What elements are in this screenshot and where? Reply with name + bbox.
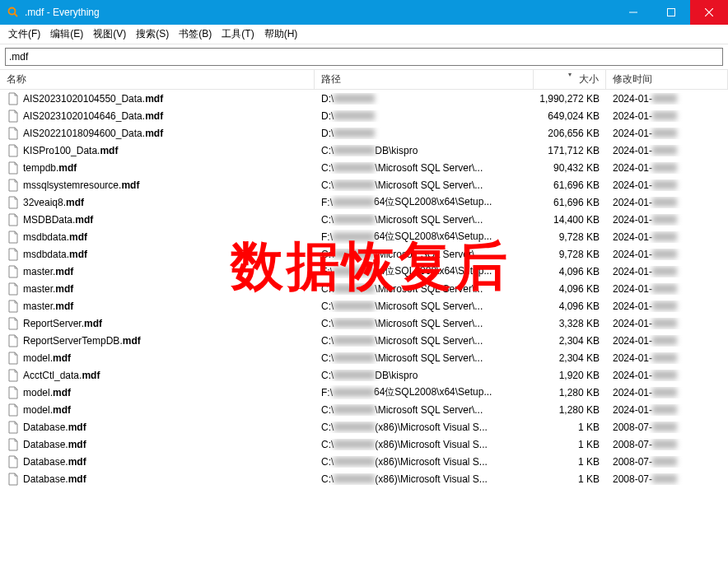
close-button[interactable]	[690, 0, 728, 25]
cell-path: C:\\Microsoft SQL Server\...	[315, 335, 534, 347]
cell-date: 2024-01-	[606, 318, 728, 329]
cell-path: C:\\Microsoft SQL Server\...	[315, 162, 534, 174]
table-row[interactable]: AIS20231020104646_Data.mdfD:\649,024 KB2…	[0, 107, 728, 124]
menu-edit[interactable]: 编辑(E)	[45, 26, 88, 43]
table-row[interactable]: Database.mdfC:\ (x86)\Microsoft Visual S…	[0, 453, 728, 470]
table-row[interactable]: 32veaiq8.mdfF:\64位SQL2008\x64\Setup...61…	[0, 193, 728, 211]
cell-size: 4,096 KB	[534, 266, 606, 277]
cell-path: C:\\Microsoft SQL Server\...	[315, 352, 534, 364]
svg-rect-3	[668, 9, 675, 16]
header-date[interactable]: 修改时间	[606, 70, 728, 89]
menu-search[interactable]: 搜索(S)	[131, 26, 174, 43]
redacted	[652, 163, 677, 172]
redacted	[334, 146, 375, 155]
redacted	[334, 370, 375, 380]
cell-path: F:\64位SQL2008\x64\Setup...	[315, 264, 534, 278]
table-row[interactable]: ReportServer.mdfC:\\Microsoft SQL Server…	[0, 314, 728, 332]
redacted	[334, 128, 375, 137]
table-row[interactable]: master.mdfC:\\Microsoft SQL Server\...4,…	[0, 280, 728, 297]
cell-path: C:\ (x86)\Microsoft Visual S...	[315, 456, 534, 468]
header-path[interactable]: 路径	[315, 70, 534, 89]
svg-line-1	[15, 14, 18, 17]
maximize-button[interactable]	[652, 0, 690, 25]
cell-size: 206,656 KB	[534, 128, 606, 139]
menu-help[interactable]: 帮助(H)	[259, 26, 303, 43]
cell-path: F:\64位SQL2008\x64\Setup...	[315, 195, 534, 209]
cell-name: master.mdf	[0, 282, 315, 296]
redacted	[652, 111, 677, 120]
redacted	[652, 440, 677, 449]
cell-date: 2024-01-	[606, 162, 728, 174]
redacted	[652, 180, 677, 189]
cell-path: C:\\Microsoft SQL Server\...	[315, 283, 534, 295]
menu-bookmark[interactable]: 书签(B)	[174, 26, 217, 43]
table-row[interactable]: Database.mdfC:\ (x86)\Microsoft Visual S…	[0, 470, 728, 487]
cell-size: 14,400 KB	[534, 214, 606, 226]
cell-path: D:\	[315, 128, 534, 139]
table-row[interactable]: KISPro100_Data.mdfC:\DB\kispro171,712 KB…	[0, 142, 728, 159]
table-row[interactable]: AIS20231020104550_Data.mdfD:\1,990,272 K…	[0, 90, 728, 107]
cell-date: 2008-07-	[606, 422, 728, 433]
header-size-label: 大小	[579, 72, 599, 86]
redacted	[333, 388, 374, 397]
cell-size: 171,712 KB	[534, 145, 606, 156]
cell-name: ReportServerTempDB.mdf	[0, 334, 315, 347]
redacted	[652, 388, 677, 397]
redacted	[334, 111, 375, 120]
table-row[interactable]: Database.mdfC:\ (x86)\Microsoft Visual S…	[0, 418, 728, 436]
redacted	[652, 215, 677, 224]
table-row[interactable]: master.mdfC:\\Microsoft SQL Server\...4,…	[0, 297, 728, 314]
table-row[interactable]: Database.mdfC:\ (x86)\Microsoft Visual S…	[0, 436, 728, 453]
redacted	[334, 353, 375, 362]
cell-date: 2024-01-	[606, 300, 728, 312]
menu-file[interactable]: 文件(F)	[3, 26, 45, 43]
cell-date: 2024-01-	[606, 214, 728, 226]
menu-view[interactable]: 视图(V)	[88, 26, 131, 43]
redacted	[334, 422, 375, 431]
redacted	[652, 457, 677, 466]
cell-size: 1,990,272 KB	[534, 93, 606, 105]
cell-name: Database.mdf	[0, 438, 315, 451]
file-list[interactable]: AIS20231020104550_Data.mdfD:\1,990,272 K…	[0, 90, 728, 573]
search-input[interactable]	[5, 48, 723, 66]
cell-size: 90,432 KB	[534, 162, 606, 174]
cell-name: model.mdf	[0, 403, 315, 417]
table-row[interactable]: model.mdfC:\\Microsoft SQL Server\...1,2…	[0, 401, 728, 418]
table-row[interactable]: msdbdata.mdfF:\64位SQL2008\x64\Setup...9,…	[0, 228, 728, 245]
cell-name: ReportServer.mdf	[0, 317, 315, 330]
redacted	[652, 353, 677, 362]
table-row[interactable]: tempdb.mdfC:\\Microsoft SQL Server\...90…	[0, 159, 728, 176]
cell-size: 1,280 KB	[534, 404, 606, 416]
redacted	[334, 163, 375, 172]
cell-path: C:\\Microsoft SQL Server\...	[315, 318, 534, 329]
cell-name: mssqlsystemresource.mdf	[0, 179, 315, 192]
header-size[interactable]: ▾ 大小	[534, 70, 606, 89]
minimize-button[interactable]	[614, 0, 652, 25]
table-row[interactable]: mssqlsystemresource.mdfC:\\Microsoft SQL…	[0, 176, 728, 193]
menu-tools[interactable]: 工具(T)	[217, 26, 259, 43]
redacted	[652, 128, 677, 137]
titlebar: .mdf - Everything	[0, 0, 728, 25]
table-row[interactable]: AcctCtl_data.mdfC:\DB\kispro1,920 KB2024…	[0, 366, 728, 384]
table-row[interactable]: master.mdfF:\64位SQL2008\x64\Setup...4,09…	[0, 263, 728, 280]
redacted	[652, 146, 677, 155]
table-row[interactable]: ReportServerTempDB.mdfC:\\Microsoft SQL …	[0, 332, 728, 349]
cell-date: 2024-01-	[606, 249, 728, 260]
table-row[interactable]: AIS20221018094600_Data.mdfD:\206,656 KB2…	[0, 124, 728, 142]
cell-name: msdbdata.mdf	[0, 248, 315, 261]
cell-path: C:\\Microsoft SQL Server\...	[315, 404, 534, 416]
cell-size: 1 KB	[534, 439, 606, 450]
table-row[interactable]: MSDBData.mdfC:\\Microsoft SQL Server\...…	[0, 211, 728, 228]
cell-path: C:\ (x86)\Microsoft Visual S...	[315, 422, 534, 433]
cell-size: 61,696 KB	[534, 179, 606, 191]
redacted	[652, 422, 677, 431]
header-name[interactable]: 名称	[0, 70, 315, 89]
table-row[interactable]: msdbdata.mdfC:\\Microsoft SQL Server\...…	[0, 245, 728, 263]
table-row[interactable]: model.mdfF:\64位SQL2008\x64\Setup...1,280…	[0, 384, 728, 401]
column-headers: 名称 路径 ▾ 大小 修改时间	[0, 70, 728, 90]
table-row[interactable]: model.mdfC:\\Microsoft SQL Server\...2,3…	[0, 349, 728, 366]
cell-size: 2,304 KB	[534, 352, 606, 364]
redacted	[333, 267, 374, 276]
cell-size: 1 KB	[534, 422, 606, 433]
cell-path: F:\64位SQL2008\x64\Setup...	[315, 385, 534, 399]
